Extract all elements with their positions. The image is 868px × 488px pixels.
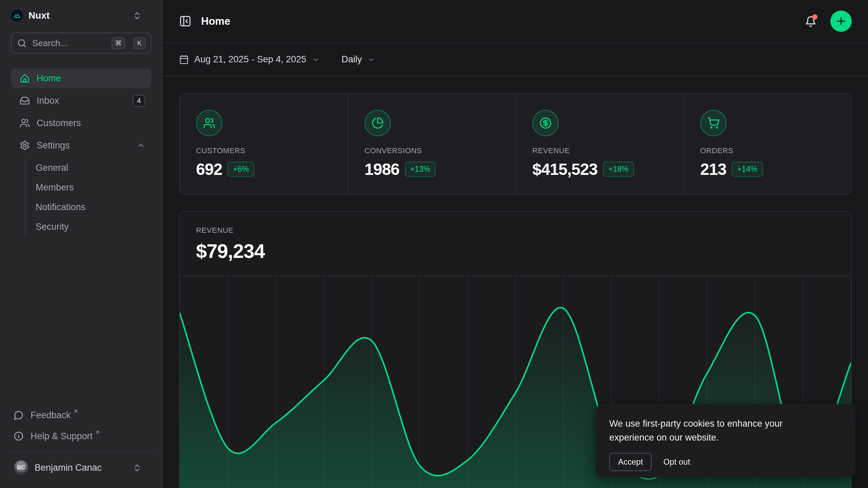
inbox-icon <box>20 96 30 106</box>
stat-label: CUSTOMERS <box>196 146 331 155</box>
search-icon <box>17 38 27 48</box>
plus-icon <box>835 16 847 27</box>
external-link-icon <box>95 430 100 435</box>
stat-label: CONVERSIONS <box>364 146 499 155</box>
notifications-button[interactable] <box>805 15 817 27</box>
sidebar-item-label: Customers <box>37 118 81 128</box>
sidebar-item-label: Settings <box>37 140 70 151</box>
users-icon <box>20 118 30 128</box>
stat-value: 213 <box>700 160 726 179</box>
date-range-picker[interactable]: Aug 21, 2025 - Sep 4, 2025 <box>179 54 320 65</box>
chevron-up-icon <box>137 141 145 149</box>
chat-bubble-icon <box>14 410 24 420</box>
shopping-cart-icon <box>700 110 727 136</box>
sidebar-item-inbox[interactable]: Inbox 4 <box>11 91 151 110</box>
stat-orders[interactable]: ORDERS 213 +14% <box>683 94 851 195</box>
subnav-label: Notifications <box>36 202 85 212</box>
sidebar-item-customers[interactable]: Customers <box>11 113 151 133</box>
stat-delta-badge: +18% <box>603 162 634 177</box>
notification-dot <box>812 14 817 20</box>
filters-toolbar: Aug 21, 2025 - Sep 4, 2025 Daily <box>163 43 868 77</box>
kbd-key: K <box>133 37 146 49</box>
feedback-link[interactable]: Feedback <box>11 405 151 425</box>
stat-customers[interactable]: CUSTOMERS 692 +6% <box>180 94 348 195</box>
subnav-label: Security <box>36 222 69 232</box>
date-range-label: Aug 21, 2025 - Sep 4, 2025 <box>194 54 306 65</box>
sidebar-item-label: Inbox <box>37 96 59 106</box>
revenue-chart-label: REVENUE <box>196 226 835 235</box>
sidebar: Nuxt Search... ⌘ K Home <box>0 0 163 488</box>
workspace-selector[interactable]: Nuxt <box>11 8 151 23</box>
stats-card: CUSTOMERS 692 +6% CONVERSIONS 1986 +13% <box>179 93 852 195</box>
add-button[interactable] <box>830 11 852 32</box>
settings-subnav: General Members Notifications Security <box>25 158 151 237</box>
granularity-label: Daily <box>341 54 362 65</box>
sidebar-item-home[interactable]: Home <box>11 68 151 88</box>
footer-link-label: Help & Support <box>31 431 93 442</box>
sidebar-nav: Home Inbox 4 Customers <box>11 68 151 239</box>
revenue-chart-value: $79,234 <box>196 240 835 262</box>
brand-name: Nuxt <box>28 10 50 21</box>
cookie-optout-button[interactable]: Opt out <box>663 457 690 467</box>
search-placeholder: Search... <box>32 38 106 48</box>
cookie-accept-button[interactable]: Accept <box>609 453 652 471</box>
stat-value: 692 <box>196 160 222 179</box>
info-circle-icon <box>14 431 24 441</box>
stat-conversions[interactable]: CONVERSIONS 1986 +13% <box>348 94 515 195</box>
sidebar-item-settings[interactable]: Settings <box>11 136 151 155</box>
sidebar-item-notifications[interactable]: Notifications <box>25 197 151 217</box>
sidebar-item-members[interactable]: Members <box>25 178 151 197</box>
gear-icon <box>20 140 30 150</box>
user-name: Benjamin Canac <box>35 463 102 473</box>
page-header: Home <box>163 0 868 43</box>
stat-delta-badge: +6% <box>228 162 254 177</box>
stat-value: $415,523 <box>532 160 597 179</box>
chevron-down-icon <box>312 56 320 64</box>
collapse-sidebar-button[interactable] <box>179 15 192 27</box>
stat-label: ORDERS <box>700 146 835 155</box>
sidebar-item-general[interactable]: General <box>25 158 151 178</box>
home-icon <box>20 73 30 83</box>
stat-label: REVENUE <box>532 146 667 155</box>
search-input[interactable]: Search... ⌘ K <box>11 33 151 54</box>
sidebar-item-security[interactable]: Security <box>25 217 151 237</box>
granularity-select[interactable]: Daily <box>341 54 375 65</box>
chevron-down-icon <box>367 56 375 64</box>
external-link-icon <box>73 409 78 414</box>
cookie-message: We use first-party cookies to enhance yo… <box>609 417 826 445</box>
user-menu[interactable]: BC Benjamin Canac <box>11 457 151 479</box>
avatar: BC <box>14 460 28 475</box>
subnav-label: General <box>36 163 68 173</box>
footer-link-label: Feedback <box>31 410 71 421</box>
stat-revenue[interactable]: REVENUE $415,523 +18% <box>515 94 683 195</box>
help-support-link[interactable]: Help & Support <box>11 426 151 446</box>
dollar-circle-icon <box>532 110 559 136</box>
users-icon <box>196 110 222 136</box>
page-title: Home <box>201 15 230 27</box>
stat-value: 1986 <box>364 160 399 179</box>
main-area: Home Aug 21, <box>163 0 868 488</box>
calendar-icon <box>179 55 189 64</box>
cookie-banner: We use first-party cookies to enhance yo… <box>596 404 855 477</box>
sidebar-divider <box>8 451 154 452</box>
stat-delta-badge: +14% <box>732 162 763 177</box>
subnav-label: Members <box>36 182 74 193</box>
chevrons-up-down-icon <box>133 463 142 472</box>
sidebar-item-label: Home <box>37 73 61 84</box>
nuxt-logo-icon <box>11 9 23 22</box>
chevrons-up-down-icon <box>133 11 142 20</box>
sidebar-footer: Feedback Help & Support BC <box>11 405 151 479</box>
inbox-count-badge: 4 <box>133 95 145 107</box>
pie-chart-icon <box>364 110 391 136</box>
stat-delta-badge: +13% <box>405 162 436 177</box>
kbd-meta: ⌘ <box>112 37 125 49</box>
